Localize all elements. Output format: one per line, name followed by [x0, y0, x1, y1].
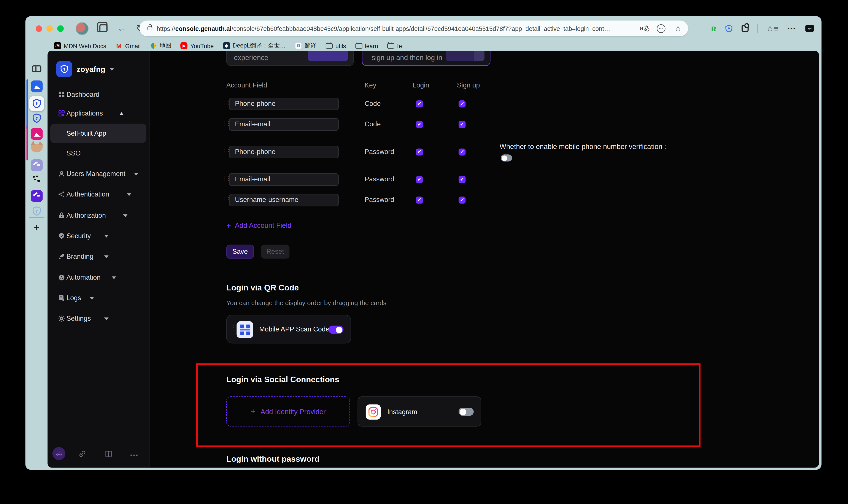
sidebar-item-branding[interactable]: Branding	[48, 252, 149, 261]
chevron-down-icon	[104, 317, 109, 320]
bookmark-gmail[interactable]: MGmail	[115, 42, 141, 49]
instagram-provider-card[interactable]: Instagram	[358, 396, 481, 427]
bookmark-gtranslate[interactable]: G翻译	[295, 42, 317, 50]
sidebar-item-logs[interactable]: Logs	[48, 293, 149, 303]
signup-checkbox[interactable]: ✔	[458, 197, 466, 204]
signup-checkbox[interactable]: ✔	[458, 101, 466, 108]
address-bar[interactable]: https://console.genauth.ai/console/67eb6…	[139, 20, 688, 36]
col-header-login: Login	[413, 82, 429, 89]
sidebar-item-settings[interactable]: Settings	[48, 314, 149, 323]
bookmark-folder[interactable]: utils	[326, 42, 346, 49]
bookmark-youtube[interactable]: ▶YouTube	[181, 42, 214, 49]
tab-pink-app[interactable]	[31, 128, 42, 140]
chevron-down-icon	[104, 255, 109, 258]
tab-blue-app[interactable]	[31, 80, 42, 92]
qr-section-title: Login via QR Code	[227, 283, 299, 292]
tab-shield-faded[interactable]	[31, 206, 42, 219]
page-settings-icon[interactable]: ⋯	[656, 24, 665, 33]
instagram-toggle[interactable]	[458, 408, 474, 416]
toolbar-more-icon[interactable]: ⋯	[787, 23, 797, 34]
phone-verification-toggle[interactable]	[501, 155, 512, 162]
sidebar-item-sso[interactable]: SSO	[48, 148, 149, 158]
account-field-input[interactable]: Phone-phone	[229, 146, 339, 158]
assistant-robot-icon[interactable]	[53, 447, 66, 460]
sidebar-item-self-built-app[interactable]: Self-built App	[50, 124, 146, 143]
signup-login-card-preview: Sign in	[446, 51, 485, 61]
tab-genauth-2[interactable]	[31, 113, 42, 126]
signup-checkbox[interactable]: ✔	[458, 148, 466, 156]
bookmark-folder[interactable]: fe	[387, 42, 402, 49]
sidebar-item-security[interactable]: Security	[48, 231, 149, 241]
new-tab[interactable]: +	[34, 222, 39, 233]
account-field-row: ⋮⋮Username-usernamePassword✔✔	[150, 194, 819, 206]
back-icon[interactable]: ←	[117, 24, 127, 33]
chevron-down-icon	[134, 173, 139, 175]
automation-icon: A	[57, 274, 66, 282]
mobile-app-scan-toggle[interactable]	[328, 326, 343, 334]
sidebar-more-icon[interactable]: ⋯	[130, 450, 139, 460]
login-checkbox[interactable]: ✔	[416, 148, 423, 156]
tab-purple-app-faded[interactable]	[31, 159, 42, 171]
zoom-window-button[interactable]	[57, 25, 64, 32]
bookmark-star-icon[interactable]: ☆	[674, 23, 682, 33]
sidebar-item-authentication[interactable]: Authentication	[48, 190, 149, 199]
login-checkbox[interactable]: ✔	[416, 121, 423, 128]
translate-icon[interactable]: aあ	[640, 24, 650, 33]
account-field-input[interactable]: Email-email	[229, 118, 339, 131]
add-account-field-button[interactable]: + Add Account Field	[227, 221, 291, 230]
bookmark-maps[interactable]: 地图	[150, 42, 172, 50]
experience-preview-card[interactable]: experience Sign in/Sign up	[227, 51, 354, 66]
users-management-icon	[57, 170, 66, 178]
extension-shield-icon[interactable]	[725, 24, 733, 33]
tab-cat-app[interactable]	[31, 144, 42, 152]
sidebar-panel-icon[interactable]: ⇤	[805, 25, 814, 32]
tab-overview-icon[interactable]	[100, 24, 108, 33]
signup-checkbox[interactable]: ✔	[458, 176, 466, 183]
bookmark-mdn[interactable]: /MMDN Web Docs	[54, 42, 106, 49]
applications-icon	[57, 109, 66, 118]
sidebar-item-automation[interactable]: AAutomation	[48, 273, 149, 283]
login-checkbox[interactable]: ✔	[416, 176, 423, 183]
tab-genauth-active[interactable]	[29, 96, 44, 111]
sidebar-item-users-management[interactable]: Users Management	[48, 169, 149, 179]
qr-code-icon	[236, 321, 253, 338]
add-identity-provider-button[interactable]: + Add Identity Provider	[227, 396, 350, 427]
bookmark-folder[interactable]: learn	[355, 42, 378, 49]
workspace-switcher[interactable]: zoyafng	[56, 61, 114, 77]
close-window-button[interactable]	[36, 25, 42, 32]
account-field-input[interactable]: Email-email	[229, 174, 339, 186]
url-text: https://console.genauth.ai/console/67eb6…	[157, 25, 610, 32]
drag-handle-icon[interactable]: ⋮⋮	[221, 196, 230, 202]
mobile-app-scan-card[interactable]: ⋮⋮ Mobile APP Scan Code	[227, 315, 351, 344]
tab-paw[interactable]	[32, 176, 41, 183]
tab-purple-app[interactable]	[31, 190, 42, 202]
drag-handle-icon[interactable]: ⋮⋮	[221, 121, 230, 127]
drag-handle-icon[interactable]: ⋮⋮	[221, 148, 230, 154]
account-field-row: ⋮⋮Email-emailCode✔✔	[150, 118, 819, 131]
plus-icon: +	[251, 407, 255, 416]
account-field-input[interactable]: Phone-phone	[229, 98, 339, 110]
signup-login-preview-card-selected[interactable]: sign up and then log in Sign in	[362, 51, 490, 66]
extension-green-icon[interactable]: ʀ	[711, 24, 716, 33]
sidebar-toggle-icon[interactable]	[32, 66, 41, 73]
login-checkbox[interactable]: ✔	[416, 197, 423, 204]
qr-section-subtitle: You can change the display order by drag…	[227, 299, 386, 307]
reading-list-icon[interactable]: ☆≡	[766, 23, 778, 33]
link-icon[interactable]	[78, 450, 87, 460]
extensions-puzzle-icon[interactable]	[741, 25, 748, 32]
docs-book-icon[interactable]	[104, 450, 113, 460]
drag-handle-icon[interactable]: ⋮⋮	[221, 100, 230, 106]
sidebar-item-dashboard[interactable]: Dashboard	[48, 90, 149, 99]
drag-handle-icon[interactable]: ⋮⋮	[221, 176, 230, 182]
save-button[interactable]: Save	[227, 245, 254, 259]
sidebar-item-applications[interactable]: Applications	[48, 109, 149, 118]
login-checkbox[interactable]: ✔	[416, 101, 423, 108]
account-field-input[interactable]: Username-username	[229, 194, 339, 206]
profile-avatar[interactable]	[76, 22, 89, 35]
signup-checkbox[interactable]: ✔	[458, 121, 466, 128]
chevron-down-icon	[109, 68, 114, 71]
sidebar-item-authorization[interactable]: Authorization	[48, 211, 149, 220]
minimize-window-button[interactable]	[47, 25, 53, 32]
bookmark-deepl[interactable]: ◆DeepL翻译：全世…	[223, 42, 286, 50]
reset-button[interactable]: Reset	[261, 245, 290, 259]
